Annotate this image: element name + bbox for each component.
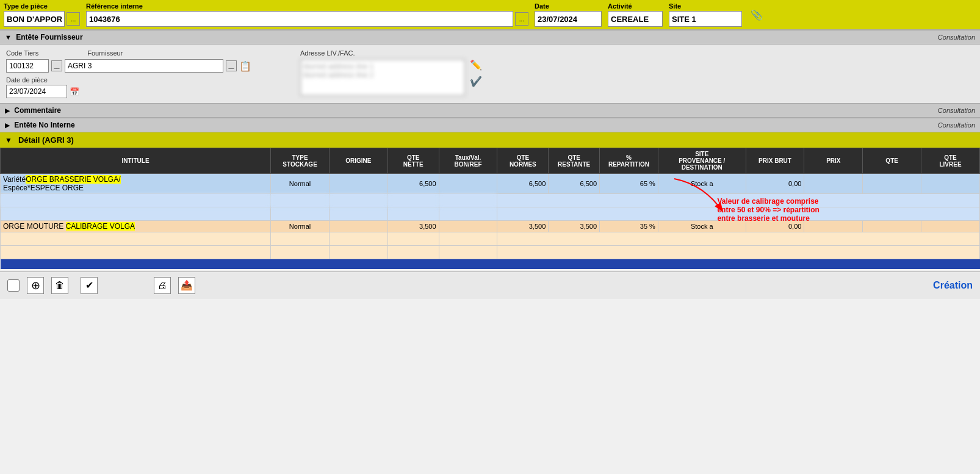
cell-empty-t-3 — [439, 207, 497, 221]
fournisseur-consultation: Consultation — [938, 34, 975, 41]
entete-fournisseur-title: ▼ Entête Fournisseur — [5, 33, 83, 41]
adresse-box: blurred address line 1 blurred address l… — [300, 59, 465, 96]
date-input[interactable] — [535, 11, 602, 27]
cell-empty-p-type-2 — [271, 246, 330, 259]
site-label: Site — [669, 2, 742, 10]
cell-empty-p-t-2 — [439, 246, 497, 259]
ref-interne-dots-btn[interactable]: ... — [515, 12, 528, 26]
top-header: Type de pièce ... Référence interne ... … — [0, 0, 980, 30]
commentaire-label: Commentaire — [14, 106, 61, 115]
espece-prefix-1: Espèce* — [3, 184, 31, 192]
cell-qte2-2 — [863, 221, 921, 232]
date-group: Date — [535, 2, 602, 27]
commentaire-toggle: ▶ — [5, 107, 10, 114]
fournisseur-small-btn2[interactable]: __ — [226, 60, 237, 71]
ref-interne-input[interactable] — [86, 11, 513, 27]
cell-empty-p-rest-2 — [497, 246, 980, 259]
cell-qte-restante-1: 6,500 — [549, 174, 600, 194]
entete-no-interne-header[interactable]: ▶ Entête No Interne Consultation — [0, 118, 980, 132]
th-prix-brut: PRIX BRUT — [746, 148, 804, 174]
th-origine: ORIGINE — [329, 148, 387, 174]
site-group: Site — [669, 2, 742, 27]
cell-qte-livree-1 — [921, 174, 980, 194]
cell-qte-normes-2: 3,500 — [497, 221, 549, 232]
cell-site-1: Stock a — [658, 174, 746, 194]
cell-empty-int-3 — [1, 207, 271, 221]
date-piece-input[interactable] — [6, 85, 67, 98]
table-bottom-cell — [1, 259, 980, 269]
cell-empty-p-int-2 — [1, 246, 271, 259]
cell-empty-type-2 — [271, 194, 330, 207]
type-piece-input[interactable] — [4, 11, 65, 27]
validate-button[interactable]: ✔ — [81, 277, 98, 294]
edit-icon[interactable]: ✏️ — [470, 59, 482, 71]
copy-icon[interactable]: 📋 — [239, 60, 251, 72]
calendar-icon[interactable]: 📅 — [70, 87, 79, 96]
cell-empty-orig-3 — [329, 207, 387, 221]
th-intitule: INTITULE — [1, 148, 271, 174]
fournisseur-toggle: ▼ — [5, 34, 12, 41]
cell-empty-p-orig-2 — [329, 246, 387, 259]
cell-qte-restante-2: 3,500 — [549, 221, 600, 232]
detail-table-wrapper: INTITULE TYPESTOCKAGE ORIGINE QTENETTE T… — [0, 148, 980, 269]
detail-toggle: ▼ — [5, 136, 12, 145]
table-row-empty-3 — [1, 232, 980, 246]
cell-prix-2 — [804, 221, 863, 232]
fournisseur-left-panel: Code Tiers Fournisseur __ __ 📋 Date de p… — [6, 49, 251, 98]
ref-interne-group: Référence interne ... — [86, 2, 528, 27]
delete-button[interactable]: 🗑 — [51, 277, 68, 294]
bottom-toolbar: ⊕ 🗑 ✔ 🖨 📤 Création — [0, 271, 980, 299]
select-checkbox[interactable] — [7, 279, 20, 292]
detail-section-header: ▼ Détail (AGRI 3) — [0, 132, 980, 148]
table-row-2[interactable]: ORGE MOUTURE CALIBRAGE VOLGA Normal 3,50… — [1, 221, 980, 232]
entete-no-interne-label: Entête No Interne — [14, 121, 74, 129]
export-button[interactable]: 📤 — [178, 277, 195, 294]
code-tiers-small-btn[interactable]: __ — [51, 60, 62, 71]
th-qte: QTE — [863, 148, 921, 174]
table-row[interactable]: VariétéORGE BRASSERIE VOLGA/ Espèce*ESPE… — [1, 174, 980, 194]
cell-qte-nette-2: 3,500 — [387, 221, 439, 232]
print-button[interactable]: 🖨 — [154, 277, 171, 294]
table-row-empty-2 — [1, 207, 980, 221]
date-piece-row: Date de pièce 📅 — [6, 76, 251, 98]
th-taux-val: Taux/Val.BON/REF — [439, 148, 497, 174]
detail-title: Détail (AGRI 3) — [18, 135, 74, 145]
activite-label: Activité — [608, 2, 663, 10]
cell-empty-p-qn-1 — [387, 232, 439, 246]
th-prix: PRIX — [804, 148, 863, 174]
variety-name-1: ORGE BRASSERIE VOLGA/ — [26, 175, 120, 184]
table-header-row: INTITULE TYPESTOCKAGE ORIGINE QTENETTE T… — [1, 148, 980, 174]
commentaire-consultation: Consultation — [938, 107, 975, 114]
cell-repartition-2: 35 % — [600, 221, 658, 232]
code-tiers-input[interactable] — [6, 59, 49, 73]
type-piece-dots-btn[interactable]: ... — [67, 12, 80, 26]
check-icon[interactable]: ✔️ — [470, 76, 482, 87]
cell-empty-p-t-1 — [439, 232, 497, 246]
cell-qte-nette-1: 6,500 — [387, 174, 439, 194]
table-row-empty-4 — [1, 246, 980, 259]
cell-repartition-1: 65 % — [600, 174, 658, 194]
add-button[interactable]: ⊕ — [27, 277, 44, 294]
clip-icon: 📎 — [751, 9, 763, 21]
cell-taux-1 — [439, 174, 497, 194]
entete-fournisseur-header[interactable]: ▼ Entête Fournisseur Consultation — [0, 30, 980, 45]
commentaire-header[interactable]: ▶ Commentaire Consultation — [0, 103, 980, 118]
cell-taux-2 — [439, 221, 497, 232]
cell-empty-qn-2 — [387, 194, 439, 207]
cell-qte2-1 — [863, 174, 921, 194]
calibrage-highlight: CALIBRAGE VOLGA — [66, 222, 135, 231]
entete-fournisseur-body: Code Tiers Fournisseur __ __ 📋 Date de p… — [0, 45, 980, 103]
table-bottom-bar — [1, 259, 980, 269]
date-label: Date — [535, 2, 602, 10]
activite-input[interactable] — [608, 11, 663, 27]
detail-table: INTITULE TYPESTOCKAGE ORIGINE QTENETTE T… — [0, 148, 980, 269]
cell-origine-1 — [329, 174, 387, 194]
creation-label: Création — [933, 280, 973, 291]
site-input[interactable] — [669, 11, 742, 27]
cell-empty-p-rest-1 — [497, 232, 980, 246]
type-piece-label: Type de pièce — [4, 2, 80, 10]
fournisseur-input[interactable] — [65, 59, 223, 73]
fournisseur-label: Fournisseur — [87, 49, 123, 57]
cell-origine-2 — [329, 221, 387, 232]
cell-empty-t-2 — [439, 194, 497, 207]
